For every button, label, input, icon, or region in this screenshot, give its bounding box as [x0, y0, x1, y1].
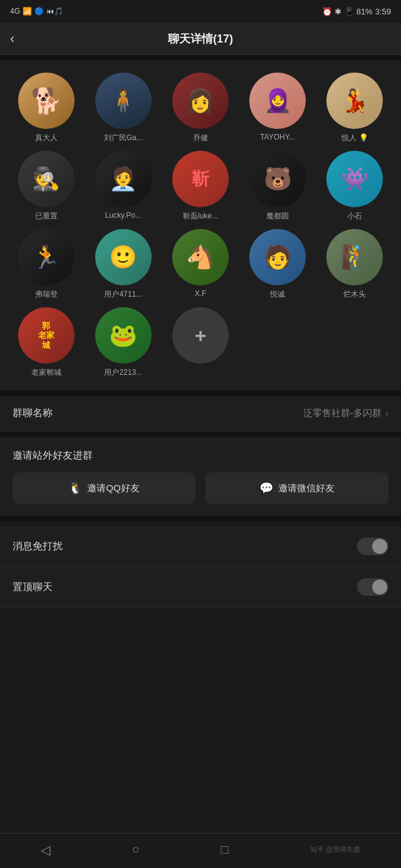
- member-avatar: 🕵️: [18, 151, 75, 207]
- member-name: 弗瑞登: [18, 289, 75, 300]
- member-item[interactable]: 靳 靳磊luke...: [164, 151, 236, 222]
- member-item[interactable]: 🧕 TAYOHY...: [242, 73, 314, 143]
- page-title: 聊天详情(17): [168, 31, 233, 46]
- dnd-label: 消息免打扰: [13, 540, 63, 553]
- member-name: 乔健: [172, 133, 229, 143]
- member-item[interactable]: 🧗 烂木头: [319, 229, 391, 300]
- member-name: 悦人 💡: [326, 133, 383, 143]
- extra-icons: ⏮🎵: [46, 7, 63, 16]
- member-item[interactable]: 👾 小石: [319, 151, 391, 222]
- member-avatar: 🙂: [95, 229, 152, 285]
- back-button[interactable]: ‹: [10, 31, 14, 47]
- invite-buttons: 🐧 邀请QQ好友 💬 邀请微信好友: [13, 472, 388, 504]
- member-name: 魔都圆: [249, 211, 306, 222]
- alarm-icon: ⏰: [322, 7, 332, 16]
- member-item[interactable]: 💃 悦人 💡: [319, 73, 391, 143]
- member-avatar: 靳: [172, 151, 229, 207]
- member-item[interactable]: 🏃 弗瑞登: [10, 229, 82, 300]
- member-item[interactable]: 🐸 用户2213...: [87, 307, 159, 378]
- nav-home[interactable]: ○: [132, 842, 139, 857]
- invite-qq-button[interactable]: 🐧 邀请QQ好友: [13, 472, 195, 504]
- wechat-icon: 💬: [259, 481, 273, 495]
- add-avatar: +: [172, 307, 229, 364]
- member-name: 真大人: [18, 133, 75, 143]
- group-name-text: 泛零售社群-多闪群: [303, 407, 382, 419]
- signal-icon: 4G: [10, 7, 20, 16]
- pin-toggle-row: 置顶聊天: [0, 567, 401, 608]
- section-divider-2: [0, 432, 401, 437]
- back-nav-icon: ◁: [41, 842, 50, 857]
- invite-qq-label: 邀请QQ好友: [87, 483, 139, 494]
- bottom-nav: ◁ ○ □ 知乎 @黑啤先森: [0, 833, 401, 868]
- status-bar: 4G 📶 🔵 ⏮🎵 ⏰ ✱ 📱 81% 3:59: [0, 0, 401, 23]
- member-item[interactable]: 👩 乔健: [164, 73, 236, 143]
- toggle-section: 消息免打扰 置顶聊天: [0, 526, 401, 608]
- nav-recents[interactable]: □: [221, 842, 228, 857]
- group-name-section: 群聊名称 泛零售社群-多闪群 ›: [0, 396, 401, 432]
- member-name: 老家郸城: [18, 367, 75, 378]
- home-nav-icon: ○: [132, 842, 139, 857]
- recents-nav-icon: □: [221, 842, 228, 857]
- pin-toggle[interactable]: [357, 578, 388, 596]
- member-name: X.F: [172, 289, 229, 298]
- member-item[interactable]: 🐕 真大人: [10, 73, 82, 143]
- header: ‹ 聊天详情(17): [0, 23, 401, 55]
- member-name: 已重置: [18, 211, 75, 222]
- invite-title: 邀请站外好友进群: [13, 449, 388, 462]
- member-avatar: 🧕: [249, 73, 306, 129]
- member-avatar: 👾: [326, 151, 383, 207]
- member-avatar: 🧍: [95, 73, 152, 129]
- member-avatar: 💃: [326, 73, 383, 129]
- group-name-row[interactable]: 群聊名称 泛零售社群-多闪群 ›: [0, 396, 401, 432]
- dnd-toggle[interactable]: [357, 538, 388, 555]
- invite-wechat-label: 邀请微信好友: [278, 483, 335, 494]
- member-name: 用户4711...: [95, 289, 152, 300]
- members-grid: 🐕 真大人 🧍 刘广民Ga... 👩 乔健 🧕 TAYOH: [10, 73, 391, 378]
- dnd-toggle-row: 消息免打扰: [0, 526, 401, 567]
- member-item[interactable]: 🧍 刘广民Ga...: [87, 73, 159, 143]
- member-avatar: 🧑‍💼: [95, 151, 152, 207]
- member-avatar: 🐴: [172, 229, 229, 285]
- member-avatar: 🧑: [249, 229, 306, 285]
- member-avatar: 🐻: [249, 151, 306, 207]
- status-right: ⏰ ✱ 📱 81% 3:59: [322, 7, 391, 16]
- member-name: 靳磊luke...: [172, 211, 229, 222]
- watermark: 知乎 @黑啤先森: [310, 845, 360, 854]
- add-member-button[interactable]: +: [164, 307, 236, 378]
- section-divider-1: [0, 391, 401, 396]
- member-item[interactable]: 郭老家城 老家郸城: [10, 307, 82, 378]
- members-section: 🐕 真大人 🧍 刘广民Ga... 👩 乔健 🧕 TAYOH: [0, 60, 401, 391]
- watermark-text: 知乎 @黑啤先森: [310, 845, 360, 854]
- member-item[interactable]: 🐴 X.F: [164, 229, 236, 300]
- member-item[interactable]: 🙂 用户4711...: [87, 229, 159, 300]
- chevron-icon: ›: [385, 408, 388, 419]
- member-item[interactable]: 🧑‍💼 Lucky.Po...: [87, 151, 159, 222]
- group-name-label: 群聊名称: [13, 407, 53, 420]
- bluetooth-icon: 🔵: [34, 7, 44, 16]
- invite-section: 邀请站外好友进群 🐧 邀请QQ好友 💬 邀请微信好友: [0, 437, 401, 516]
- qq-icon: 🐧: [68, 481, 82, 495]
- top-divider: [0, 55, 401, 60]
- wifi-icon: 📶: [23, 7, 32, 16]
- member-name: 小石: [326, 211, 383, 222]
- member-name: 烂木头: [326, 289, 383, 300]
- member-name: 悦诚: [249, 289, 306, 300]
- member-avatar: 🏃: [18, 229, 75, 285]
- member-name: 用户2213...: [95, 367, 152, 378]
- member-item[interactable]: 🧑 悦诚: [242, 229, 314, 300]
- section-divider-3: [0, 516, 401, 521]
- member-avatar: 🧗: [326, 229, 383, 285]
- member-avatar: 👩: [172, 73, 229, 129]
- invite-wechat-button[interactable]: 💬 邀请微信好友: [206, 472, 388, 504]
- member-item[interactable]: 🐻 魔都圆: [242, 151, 314, 222]
- time-display: 3:59: [375, 7, 391, 16]
- member-name: Lucky.Po...: [95, 211, 152, 220]
- member-item[interactable]: 🕵️ 已重置: [10, 151, 82, 222]
- battery-icon: 📱: [344, 7, 354, 16]
- status-left: 4G 📶 🔵 ⏮🎵: [10, 7, 63, 16]
- member-name: 刘广民Ga...: [95, 133, 152, 143]
- nav-back[interactable]: ◁: [41, 842, 50, 857]
- member-avatar: 🐸: [95, 307, 152, 364]
- bluetooth-status-icon: ✱: [335, 7, 341, 16]
- member-avatar: 郭老家城: [18, 307, 75, 364]
